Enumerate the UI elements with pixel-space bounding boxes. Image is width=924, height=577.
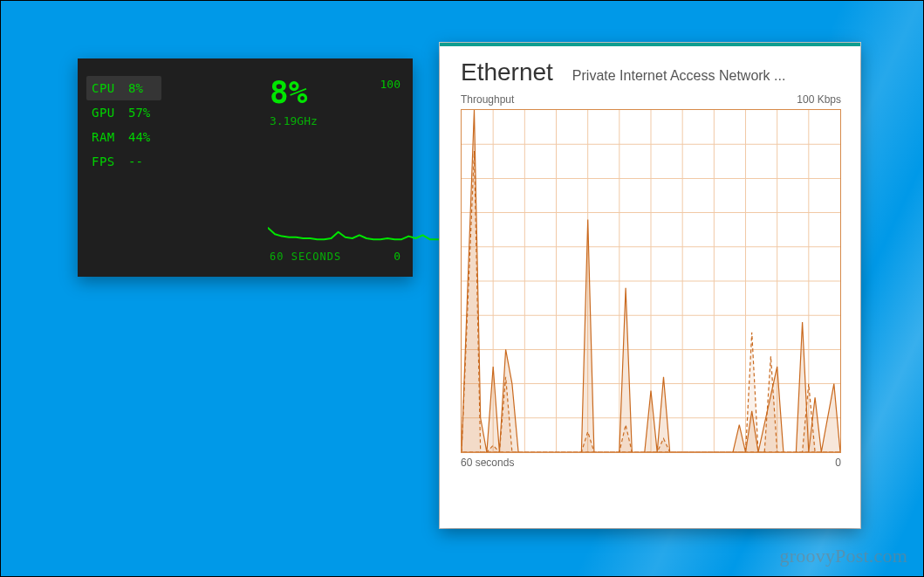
stat-value: 8%	[128, 76, 161, 100]
network-meta-left: Throughput	[461, 93, 514, 106]
watermark-text: groovyPost.com	[780, 545, 907, 567]
stat-label: RAM	[92, 125, 128, 149]
stat-value: --	[128, 149, 161, 174]
network-throughput-chart-svg	[462, 110, 840, 452]
stat-label: FPS	[92, 149, 128, 174]
stat-row-gpu[interactable]: GPU 57%	[92, 100, 161, 125]
stat-label: GPU	[92, 100, 128, 125]
stat-row-fps[interactable]: FPS --	[92, 149, 161, 174]
network-meta-right: 100 Kbps	[797, 93, 841, 106]
network-subtitle: Private Internet Access Network ...	[572, 68, 843, 84]
performance-stats-list: CPU 8% GPU 57% RAM 44% FPS --	[92, 76, 161, 174]
stat-row-cpu[interactable]: CPU 8%	[86, 76, 161, 100]
stat-value: 44%	[128, 125, 161, 149]
network-throughput-widget[interactable]: Ethernet Private Internet Access Network…	[440, 43, 860, 528]
network-title: Ethernet	[461, 58, 553, 86]
network-x-axis-right: 0	[835, 457, 841, 469]
chart-x-label: 60 SECONDS	[270, 251, 341, 263]
network-meta-row: Throughput 100 Kbps	[440, 88, 860, 107]
stat-value: 57%	[128, 100, 161, 125]
network-chart	[461, 109, 841, 453]
network-x-axis: 60 seconds 0	[440, 453, 860, 469]
performance-overlay-widget[interactable]: CPU 8% GPU 57% RAM 44% FPS -- 8% 3.19GHz…	[78, 58, 413, 277]
network-x-axis-left: 60 seconds	[461, 457, 514, 469]
cpu-frequency: 3.19GHz	[270, 114, 318, 127]
chart-y-max: 100	[380, 78, 400, 91]
stat-label: CPU	[92, 76, 128, 100]
network-header: Ethernet Private Internet Access Network…	[440, 46, 860, 88]
chart-y-min: 0	[394, 250, 400, 263]
selected-stat-big-value: 8%	[270, 74, 307, 110]
stat-row-ram[interactable]: RAM 44%	[92, 125, 161, 149]
